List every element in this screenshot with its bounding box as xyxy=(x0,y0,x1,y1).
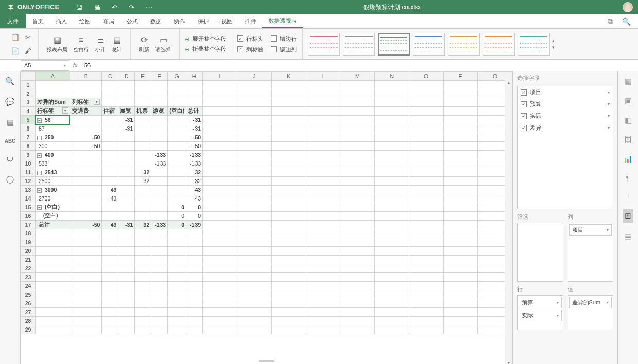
cell[interactable] xyxy=(151,264,168,273)
cell[interactable] xyxy=(102,299,118,308)
pivot-value-cell[interactable] xyxy=(118,194,135,203)
col-header-J[interactable]: J xyxy=(237,72,271,81)
cell[interactable] xyxy=(444,290,478,299)
pivot-value-cell[interactable]: 32 xyxy=(135,221,151,229)
pivot-value-cell[interactable] xyxy=(151,194,168,203)
col-header-L[interactable]: L xyxy=(306,72,340,81)
cell[interactable] xyxy=(340,317,375,325)
cell[interactable] xyxy=(340,273,375,282)
row-header-2[interactable]: 2 xyxy=(21,89,36,98)
col-header-O[interactable]: O xyxy=(409,72,444,81)
area-item-实际[interactable]: 实际▾ xyxy=(519,310,562,321)
pivot-value-cell[interactable]: -50 xyxy=(70,142,102,151)
pivot-style-5[interactable] xyxy=(483,33,515,56)
cell[interactable] xyxy=(70,229,102,238)
pivot-value-cell[interactable]: -31 xyxy=(118,116,135,124)
cell[interactable] xyxy=(203,81,237,89)
cell[interactable] xyxy=(36,290,70,299)
menu-数据[interactable]: 数据 xyxy=(144,14,168,28)
area-item-预算[interactable]: 预算▾ xyxy=(519,297,562,308)
cell[interactable] xyxy=(135,299,151,308)
pivot-value-cell[interactable] xyxy=(151,168,168,177)
cell[interactable] xyxy=(186,229,203,238)
pivot-value-cell[interactable] xyxy=(118,177,135,186)
pivot-value-cell[interactable] xyxy=(70,124,102,133)
cell[interactable] xyxy=(306,264,340,273)
cell[interactable] xyxy=(271,273,306,282)
cell[interactable] xyxy=(186,247,203,256)
cell[interactable] xyxy=(306,308,340,317)
cell[interactable] xyxy=(118,317,135,325)
cell[interactable] xyxy=(151,256,168,264)
cell[interactable] xyxy=(135,325,151,334)
cell[interactable] xyxy=(271,308,306,317)
menu-首页[interactable]: 首页 xyxy=(26,14,49,28)
cell[interactable] xyxy=(271,81,306,89)
cell[interactable] xyxy=(306,299,340,308)
pivot-value-cell[interactable]: 0 xyxy=(186,203,203,212)
cell[interactable] xyxy=(168,273,186,282)
cell[interactable] xyxy=(271,247,306,256)
cell[interactable] xyxy=(444,273,478,282)
cell[interactable] xyxy=(375,238,409,247)
pivot-row-label-cell[interactable]: 总计 xyxy=(36,221,70,229)
cell[interactable] xyxy=(271,299,306,308)
row-header-8[interactable]: 8 xyxy=(21,142,36,151)
col-header-F[interactable]: F xyxy=(151,72,168,81)
pivot-value-cell[interactable] xyxy=(102,133,118,142)
cell[interactable] xyxy=(186,317,203,325)
field-差异[interactable]: ✓差异▾ xyxy=(518,122,613,134)
row-header-19[interactable]: 19 xyxy=(21,238,36,247)
pivot-value-cell[interactable]: -31 xyxy=(118,221,135,229)
pivot-value-cell[interactable] xyxy=(168,177,186,186)
cell[interactable] xyxy=(237,256,271,264)
pivot-value-cell[interactable]: 32 xyxy=(135,177,151,186)
cell[interactable] xyxy=(151,229,168,238)
cell[interactable] xyxy=(237,325,271,334)
row-header-11[interactable]: 11 xyxy=(21,168,36,177)
vertical-scrollbar[interactable] xyxy=(505,80,512,364)
col-header-D[interactable]: D xyxy=(118,72,135,81)
cell[interactable] xyxy=(444,81,478,89)
cell[interactable] xyxy=(340,282,375,290)
cell[interactable] xyxy=(237,247,271,256)
pivot-col-hdr[interactable]: 住宿 xyxy=(102,107,118,116)
cell-settings-icon[interactable]: ▦ xyxy=(625,77,632,86)
cell[interactable] xyxy=(271,238,306,247)
row-header-3[interactable]: 3 xyxy=(21,98,36,107)
pivot-value-cell[interactable]: -133 xyxy=(186,151,203,159)
col-header-M[interactable]: M xyxy=(340,72,375,81)
pivot-value-cell[interactable] xyxy=(135,142,151,151)
slicer-settings-icon[interactable]: ☰ xyxy=(625,233,631,242)
cell[interactable] xyxy=(118,229,135,238)
col-header-I[interactable]: I xyxy=(203,72,237,81)
cell[interactable] xyxy=(168,229,186,238)
pivot-value-cell[interactable]: -50 xyxy=(70,221,102,229)
col-headers-checkbox[interactable]: ✓列标题 xyxy=(237,46,263,53)
area-item-差异的Sum[interactable]: 差异的Sum▾ xyxy=(569,297,612,308)
cell[interactable] xyxy=(135,89,151,98)
pivot-row-label-cell[interactable]: − (空白) xyxy=(36,203,70,212)
user-avatar[interactable] xyxy=(623,2,633,12)
pivot-value-cell[interactable] xyxy=(70,168,102,177)
row-header-9[interactable]: 9 xyxy=(21,151,36,159)
cell[interactable] xyxy=(36,282,70,290)
cell[interactable] xyxy=(340,238,375,247)
pivot-col-hdr[interactable]: 游览 xyxy=(151,107,168,116)
row-header-6[interactable]: 6 xyxy=(21,124,36,133)
cell[interactable] xyxy=(271,282,306,290)
pivot-value-cell[interactable] xyxy=(135,133,151,142)
blank-rows-button[interactable]: ≡空白行 xyxy=(70,33,92,56)
cell[interactable] xyxy=(237,89,271,98)
cell[interactable] xyxy=(186,89,203,98)
cell[interactable] xyxy=(340,325,375,334)
cell[interactable] xyxy=(409,256,444,264)
cell[interactable] xyxy=(375,247,409,256)
pivot-value-cell[interactable]: -50 xyxy=(70,133,102,142)
cell[interactable] xyxy=(118,238,135,247)
pivot-style-4[interactable] xyxy=(448,33,480,56)
cell[interactable] xyxy=(444,238,478,247)
row-header-14[interactable]: 14 xyxy=(21,194,36,203)
field-预算[interactable]: ✓预算▾ xyxy=(518,98,613,110)
cell[interactable] xyxy=(70,247,102,256)
